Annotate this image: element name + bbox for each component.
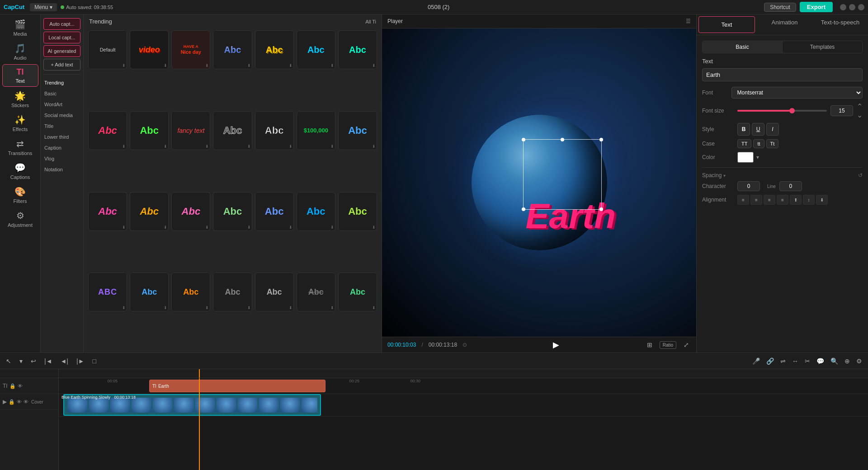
align-top-btn[interactable]: ⬆ (790, 195, 802, 205)
style-abc-teal[interactable]: Abc ⬇ (338, 30, 377, 69)
ratio-button[interactable]: Ratio (660, 341, 676, 349)
play-button[interactable]: ▶ (553, 340, 559, 350)
category-vlog[interactable]: Vlog (43, 154, 80, 163)
toolbar-item-media[interactable]: 🎬 Media (2, 16, 38, 39)
bold-button[interactable]: B (737, 123, 750, 136)
underline-button[interactable]: U (752, 123, 764, 136)
toolbar-item-effects[interactable]: ✨ Effects (2, 112, 38, 135)
character-input[interactable] (737, 181, 760, 191)
style-abc-blue-grad[interactable]: Abc ⬇ (338, 111, 377, 150)
fullscreen-button[interactable]: ⤢ (682, 340, 691, 349)
style-abc-outline[interactable]: Abc ⬇ (255, 111, 294, 150)
line-input[interactable] (779, 181, 802, 191)
tab-text-to-speech[interactable]: Text-to-speech (812, 14, 868, 35)
style-abc-strike[interactable]: Abc ⬇ (297, 273, 335, 311)
cut-btn[interactable]: ✂ (802, 356, 812, 366)
style-nice-day[interactable]: HAVE ANice day ⬇ (171, 30, 210, 69)
category-basic[interactable]: Basic (43, 89, 80, 98)
align-middle-btn[interactable]: ↕ (803, 195, 815, 205)
toolbar-item-audio[interactable]: 🎵 Audio (2, 40, 38, 63)
font-size-input[interactable] (830, 105, 853, 116)
text-clip[interactable]: TI Earth (149, 380, 326, 392)
style-abc-script-gold[interactable]: Abc ⬇ (130, 192, 169, 231)
align-right-btn[interactable]: ≡ (764, 195, 775, 205)
font-size-chevron[interactable]: ⌃⌄ (857, 102, 863, 119)
style-abc-pink2[interactable]: Abc ⬇ (171, 192, 210, 231)
style-abc-green[interactable]: Abc ⬇ (130, 111, 169, 150)
undo-btn[interactable]: ↩ (28, 356, 38, 366)
zoom-out-btn[interactable]: 🔍 (828, 356, 840, 366)
color-chevron[interactable]: ▾ (756, 154, 759, 160)
toolbar-item-captions[interactable]: 💬 Captions (2, 160, 38, 183)
style-abc-caps-blue2[interactable]: Abc ⬇ (130, 273, 169, 311)
italic-button[interactable]: I (766, 123, 779, 136)
style-abc-outline-green[interactable]: Abc ⬇ (213, 192, 252, 231)
tab-text[interactable]: Text (698, 16, 755, 33)
case-lowercase[interactable]: tt (753, 139, 764, 148)
style-default[interactable]: Default ⬇ (88, 30, 127, 69)
category-caption[interactable]: Caption (43, 143, 80, 152)
style-abc-blue[interactable]: Abc ⬇ (213, 30, 252, 69)
shortcut-button[interactable]: Shortcut (764, 3, 796, 12)
link-btn[interactable]: 🔗 (764, 356, 776, 366)
style-abc-red-outline[interactable]: Abc ⬇ (88, 111, 127, 150)
style-abc-caps-orange[interactable]: Abc ⬇ (171, 273, 210, 311)
connect-btn[interactable]: ⇌ (778, 356, 788, 366)
export-button[interactable]: Export (800, 2, 833, 12)
video-track-lock-icon[interactable]: 🔒 (9, 399, 15, 405)
style-abc-caps-purple[interactable]: ABC ⬇ (88, 273, 127, 311)
trim-right-btn[interactable]: |► (74, 356, 87, 366)
close-button[interactable] (858, 4, 864, 10)
handle-top-right[interactable] (599, 138, 603, 141)
style-dollar[interactable]: $100,000 ⬇ (297, 111, 335, 150)
style-abc-black[interactable]: Abc ⬇ (213, 111, 252, 150)
style-abc-caps-dark[interactable]: Abc ⬇ (213, 273, 252, 311)
spacing-reset-icon[interactable]: ↺ (858, 172, 863, 179)
fit-button[interactable]: ⊞ (645, 340, 654, 349)
category-notation[interactable]: Notation (43, 165, 80, 174)
local-caption-button[interactable]: Local capt... (43, 32, 80, 43)
caption-btn2[interactable]: 💬 (814, 356, 826, 366)
case-titlecase[interactable]: Tt (766, 139, 779, 148)
category-title[interactable]: Title (43, 122, 80, 131)
tab-animation[interactable]: Animation (757, 14, 812, 35)
settings-btn[interactable]: ⚙ (854, 356, 864, 366)
case-uppercase[interactable]: TT (737, 139, 751, 148)
toolbar-item-transitions[interactable]: ⇄ Transitions (2, 136, 38, 159)
style-abc-caps-plain[interactable]: Abc ⬇ (255, 273, 294, 311)
toolbar-item-stickers[interactable]: 🌟 Stickers (2, 88, 38, 111)
menu-button[interactable]: Menu ▾ (30, 3, 57, 11)
align-center-btn[interactable]: ≡ (750, 195, 762, 205)
font-select[interactable]: Montserrat (731, 87, 863, 99)
style-abc-lime[interactable]: Abc ⬇ (338, 192, 377, 231)
minimize-button[interactable] (840, 4, 846, 10)
maximize-button[interactable] (849, 4, 855, 10)
align-bottom-btn[interactable]: ⬇ (816, 195, 828, 205)
category-wordart[interactable]: WordArt (43, 100, 80, 109)
toolbar-item-filters[interactable]: 🎨 Filters (2, 183, 38, 207)
player-menu-icon[interactable]: ☰ (686, 18, 691, 24)
video-track-eye-icon[interactable]: 👁 (17, 399, 22, 404)
style-abc-outline-blue[interactable]: Abc ⬇ (255, 192, 294, 231)
add-text-button[interactable]: + Add text (43, 59, 80, 70)
font-size-slider[interactable] (737, 110, 827, 112)
category-trending[interactable]: Trending (43, 78, 80, 87)
ai-generated-button[interactable]: AI generated (43, 45, 80, 57)
select-tool[interactable]: ↖ (4, 356, 14, 366)
track-eye-icon[interactable]: 👁 (18, 383, 23, 389)
tool-chevron[interactable]: ▾ (17, 356, 25, 366)
style-handwriting[interactable]: fancy text ⬇ (171, 111, 210, 150)
style-abc-bold-white[interactable]: Abc ⬇ (297, 192, 335, 231)
trim-left-btn[interactable]: ◄| (58, 356, 71, 366)
zoom-in-btn[interactable]: ⊕ (842, 356, 852, 366)
category-lower-third[interactable]: Lower third (43, 132, 80, 141)
style-abc-cyan[interactable]: Abc ⬇ (297, 30, 335, 69)
sub-tab-templates[interactable]: Templates (783, 41, 862, 53)
disconnect-btn[interactable]: ↔ (790, 356, 801, 366)
delete-btn[interactable]: □ (90, 356, 99, 366)
align-left-btn[interactable]: ≡ (737, 195, 749, 205)
mic-btn[interactable]: 🎤 (750, 356, 762, 366)
split-btn[interactable]: |◄ (42, 356, 55, 366)
style-abc-script-pink[interactable]: Abc ⬇ (88, 192, 127, 231)
style-abc-yellow[interactable]: Abc ⬇ (255, 30, 294, 69)
